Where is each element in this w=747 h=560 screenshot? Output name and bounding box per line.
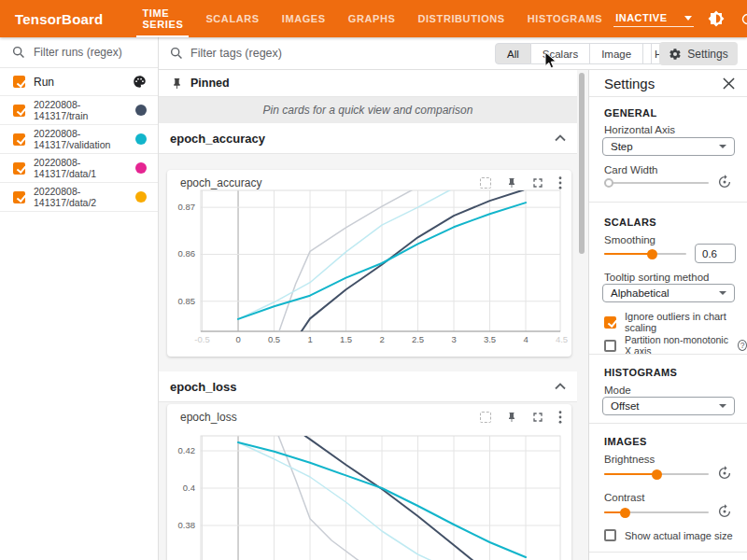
settings-panel-title: Settings [604, 76, 723, 91]
histogram-mode-select[interactable]: Offset [602, 397, 735, 415]
histogram-mode-label: Mode [604, 385, 631, 396]
tag-filter-input[interactable] [190, 47, 377, 60]
fullscreen-icon[interactable] [532, 177, 543, 189]
epoch-loss-chart[interactable]: -0.500.511.522.533.544.50.360.380.40.42 [167, 427, 571, 560]
chevron-up-icon[interactable] [555, 383, 566, 390]
run-row-data-2[interactable]: 20220808-141317/data/2 [0, 183, 158, 212]
general-heading: GENERAL [604, 107, 657, 119]
svg-text:0.4: 0.4 [183, 483, 195, 493]
run-checkbox[interactable] [13, 191, 25, 203]
show-actual-size-row[interactable]: Show actual image size [604, 529, 733, 541]
pin-icon[interactable] [506, 412, 517, 423]
svg-text:0.87: 0.87 [178, 202, 196, 212]
run-color-dot [135, 133, 147, 145]
search-icon [12, 46, 25, 59]
pin-icon[interactable] [506, 177, 517, 189]
svg-text:4.5: 4.5 [556, 334, 568, 344]
app-title: TensorBoard [15, 11, 103, 27]
svg-text:3.5: 3.5 [484, 334, 496, 344]
svg-text:0: 0 [235, 334, 240, 344]
tensorboard-app: TensorBoard TIME SERIES SCALARS IMAGES G… [0, 0, 747, 560]
histograms-heading: HISTOGRAMS [604, 367, 677, 378]
filter-all-button[interactable]: All [495, 43, 531, 64]
card-width-label: Card Width [604, 164, 658, 175]
filter-scalars-button[interactable]: Scalars [531, 43, 590, 64]
show-actual-size-checkbox[interactable] [604, 529, 616, 541]
tab-distributions[interactable]: DISTRIBUTIONS [406, 0, 515, 37]
close-icon[interactable] [723, 77, 735, 90]
fullscreen-icon[interactable] [532, 412, 543, 423]
run-list-header: Run [0, 68, 158, 96]
run-column-label: Run [34, 76, 133, 89]
pinned-empty-message: Pin cards for a quick view and compariso… [159, 97, 577, 123]
run-color-dot [135, 191, 147, 203]
settings-button[interactable]: Settings [659, 42, 738, 65]
tab-graphs[interactable]: GRAPHS [337, 0, 407, 37]
palette-icon[interactable] [133, 75, 147, 89]
reset-icon[interactable] [717, 504, 732, 523]
run-label: 20220808-141317/data/2 [34, 186, 135, 209]
cards-area: Pinned Pin cards for a quick view and co… [159, 70, 588, 560]
svg-text:4: 4 [523, 334, 528, 344]
run-color-dot [135, 162, 147, 174]
horizontal-axis-select[interactable]: Step [602, 137, 735, 156]
run-checkbox[interactable] [13, 162, 25, 175]
run-row-validation[interactable]: 20220808-141317/validation [0, 125, 158, 154]
section-epoch-loss[interactable]: epoch_loss [159, 371, 577, 402]
run-label: 20220808-141317/data/1 [34, 157, 135, 180]
card-epoch-loss: epoch_loss -0.500.511.522.533.544.50.360… [167, 404, 571, 560]
svg-text:2.5: 2.5 [412, 334, 424, 344]
ignore-outliers-checkbox[interactable] [604, 316, 616, 329]
card-width-slider[interactable] [604, 176, 709, 189]
run-checkbox[interactable] [13, 133, 25, 146]
section-epoch-accuracy[interactable]: epoch_accuracy [159, 123, 577, 154]
run-row-data-1[interactable]: 20220808-141317/data/1 [0, 154, 158, 183]
svg-text:0.38: 0.38 [178, 520, 196, 530]
card-header: epoch_accuracy [167, 170, 571, 189]
more-menu-icon[interactable] [558, 411, 562, 424]
run-filter-input[interactable] [34, 46, 146, 59]
reset-icon[interactable] [717, 466, 732, 484]
run-row-train[interactable]: 20220808-141317/train [0, 96, 158, 125]
more-menu-icon[interactable] [558, 176, 562, 189]
fit-domain-icon[interactable] [480, 177, 491, 189]
section-title: epoch_loss [170, 380, 237, 394]
smoothing-value-input[interactable] [695, 244, 736, 263]
scrollbar[interactable] [579, 73, 585, 254]
section-title: epoch_accuracy [170, 132, 265, 146]
run-checkbox[interactable] [13, 105, 25, 117]
partition-x-checkbox[interactable] [604, 340, 616, 352]
toolbar-divider [651, 43, 652, 64]
select-all-runs-checkbox[interactable] [13, 76, 25, 88]
reload-status-dropdown[interactable]: INACTIVE [613, 10, 694, 27]
search-icon [170, 47, 183, 60]
gear-icon [669, 48, 682, 61]
scalars-heading: SCALARS [604, 217, 656, 228]
svg-text:2: 2 [379, 334, 384, 344]
refresh-icon[interactable] [739, 10, 747, 27]
help-icon[interactable]: ? [738, 340, 747, 351]
epoch-accuracy-chart[interactable]: -0.500.511.522.533.544.50.850.860.87 [167, 189, 571, 349]
svg-text:3: 3 [451, 334, 456, 344]
ignore-outliers-row[interactable]: Ignore outliers in chart scaling [604, 311, 747, 333]
filter-image-button[interactable]: Image [590, 43, 643, 64]
tab-time-series[interactable]: TIME SERIES [131, 0, 194, 37]
reset-icon[interactable] [717, 175, 732, 193]
run-filter [0, 37, 158, 68]
chevron-down-icon [719, 291, 726, 295]
chevron-up-icon[interactable] [555, 134, 566, 142]
tab-images[interactable]: IMAGES [271, 0, 337, 37]
fit-domain-icon[interactable] [480, 412, 491, 423]
run-label: 20220808-141317/train [34, 99, 135, 122]
tab-scalars[interactable]: SCALARS [194, 0, 270, 37]
contrast-label: Contrast [604, 492, 644, 503]
chevron-down-icon [719, 145, 726, 148]
brightness-slider[interactable] [604, 468, 709, 481]
contrast-slider[interactable] [604, 506, 709, 519]
tab-histograms[interactable]: HISTOGRAMS [516, 0, 613, 37]
tooltip-sort-select[interactable]: Alphabetical [602, 284, 735, 302]
dark-mode-toggle-icon[interactable] [708, 10, 725, 27]
smoothing-slider[interactable] [604, 247, 686, 260]
pinned-title: Pinned [190, 77, 230, 90]
settings-button-label: Settings [687, 48, 727, 61]
